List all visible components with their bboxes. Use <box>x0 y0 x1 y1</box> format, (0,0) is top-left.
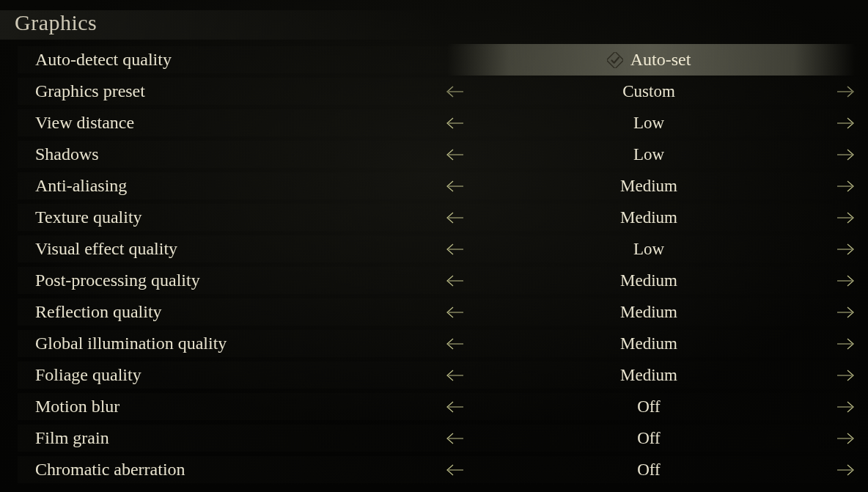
row-label: Foliage quality <box>35 365 141 385</box>
value-area: Medium <box>440 265 858 296</box>
row-visual-effect-quality[interactable]: Visual effect quality Low <box>0 233 858 265</box>
arrow-right-icon[interactable] <box>834 209 858 227</box>
row-label: Shadows <box>35 144 99 164</box>
row-chromatic-aberration[interactable]: Chromatic aberration Off <box>0 454 858 485</box>
value-area: Low <box>440 107 858 139</box>
arrow-left-icon[interactable] <box>443 461 466 479</box>
value-area: Medium <box>440 359 858 391</box>
row-value: Medium <box>575 208 722 227</box>
arrow-left-icon[interactable] <box>443 398 466 416</box>
arrow-left-icon[interactable] <box>443 367 466 384</box>
value-area: Low <box>440 139 858 170</box>
row-value: Off <box>575 429 722 448</box>
settings-rows: Auto-detect quality Auto-set Graphics pr… <box>0 44 858 485</box>
svg-rect-0 <box>607 52 623 68</box>
row-value: Low <box>575 145 722 164</box>
arrow-left-icon[interactable] <box>443 114 466 132</box>
value-area: Medium <box>440 170 858 202</box>
arrow-left-icon[interactable] <box>443 430 466 447</box>
checkbox-icon <box>607 52 623 68</box>
arrow-left-icon[interactable] <box>443 83 466 100</box>
row-label: Texture quality <box>35 208 142 227</box>
arrow-right-icon[interactable] <box>834 430 858 447</box>
row-view-distance[interactable]: View distance Low <box>0 107 858 139</box>
row-value: Medium <box>575 334 722 353</box>
arrow-right-icon[interactable] <box>834 304 858 321</box>
row-value: Off <box>575 460 722 480</box>
row-label: Visual effect quality <box>35 239 177 259</box>
row-label: Film grain <box>35 428 109 448</box>
row-label: Post-processing quality <box>35 271 200 290</box>
arrow-right-icon[interactable] <box>834 461 858 479</box>
arrow-right-icon[interactable] <box>834 114 858 132</box>
arrow-left-icon[interactable] <box>443 304 466 321</box>
arrow-left-icon[interactable] <box>443 335 466 353</box>
autoset-label: Auto-set <box>630 50 691 70</box>
arrow-right-icon[interactable] <box>834 398 858 416</box>
row-graphics-preset[interactable]: Graphics preset Custom <box>0 76 858 107</box>
row-foliage-quality[interactable]: Foliage quality Medium <box>0 359 858 391</box>
row-motion-blur[interactable]: Motion blur Off <box>0 391 858 422</box>
row-label: Anti-aliasing <box>35 176 127 196</box>
row-value: Medium <box>575 177 722 196</box>
row-value: Medium <box>575 366 722 385</box>
arrow-left-icon[interactable] <box>443 241 466 258</box>
arrow-left-icon[interactable] <box>443 177 466 195</box>
row-global-illumination-quality[interactable]: Global illumination quality Medium <box>0 328 858 359</box>
row-anti-aliasing[interactable]: Anti-aliasing Medium <box>0 170 858 202</box>
row-value: Medium <box>575 303 722 322</box>
value-area: Medium <box>440 328 858 359</box>
arrow-left-icon[interactable] <box>443 209 466 227</box>
value-area: Medium <box>440 202 858 233</box>
row-reflection-quality[interactable]: Reflection quality Medium <box>0 296 858 328</box>
arrow-left-icon[interactable] <box>443 272 466 290</box>
arrow-right-icon[interactable] <box>834 177 858 195</box>
row-label: Auto-detect quality <box>35 50 172 70</box>
arrow-right-icon[interactable] <box>834 367 858 384</box>
row-value: Custom <box>575 82 722 101</box>
arrow-right-icon[interactable] <box>834 83 858 100</box>
row-label: Global illumination quality <box>35 334 227 353</box>
row-auto-detect-quality[interactable]: Auto-detect quality Auto-set <box>0 44 858 76</box>
row-value: Low <box>575 114 722 133</box>
value-area: Off <box>440 422 858 454</box>
value-area: Off <box>440 391 858 422</box>
value-area: Low <box>440 233 858 265</box>
row-value: Off <box>575 397 722 416</box>
row-label: Reflection quality <box>35 302 162 322</box>
section-title: Graphics <box>15 10 97 35</box>
autoset-button[interactable]: Auto-set <box>440 44 858 76</box>
value-area: Off <box>440 454 858 485</box>
arrow-left-icon[interactable] <box>443 146 466 164</box>
row-shadows[interactable]: Shadows Low <box>0 139 858 170</box>
row-texture-quality[interactable]: Texture quality Medium <box>0 202 858 233</box>
settings-screen: Graphics Auto-detect quality Auto-set Gr… <box>0 0 868 492</box>
row-post-processing-quality[interactable]: Post-processing quality Medium <box>0 265 858 296</box>
row-label: Chromatic aberration <box>35 460 185 480</box>
row-film-grain[interactable]: Film grain Off <box>0 422 858 454</box>
value-area: Medium <box>440 296 858 328</box>
row-value: Medium <box>575 271 722 290</box>
arrow-right-icon[interactable] <box>834 241 858 258</box>
arrow-right-icon[interactable] <box>834 272 858 290</box>
row-label: Motion blur <box>35 397 119 416</box>
row-label: View distance <box>35 113 134 133</box>
row-value: Low <box>575 240 722 259</box>
arrow-right-icon[interactable] <box>834 335 858 353</box>
arrow-right-icon[interactable] <box>834 146 858 164</box>
value-area: Custom <box>440 76 858 107</box>
row-label: Graphics preset <box>35 81 145 101</box>
